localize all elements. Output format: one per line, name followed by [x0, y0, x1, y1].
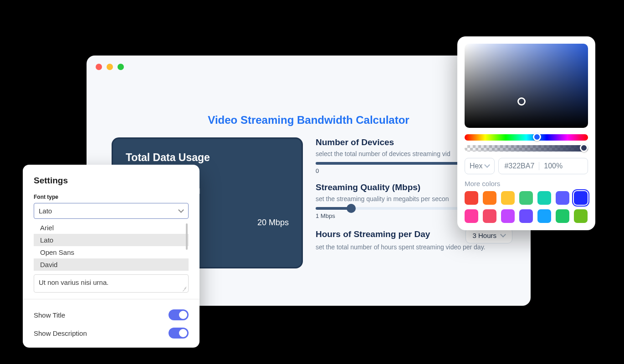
separator [539, 162, 539, 170]
hex-input[interactable]: #322BA7 100% [498, 158, 588, 174]
font-type-select[interactable]: Lato [34, 203, 189, 219]
color-swatch[interactable] [556, 191, 569, 205]
hue-thumb[interactable] [533, 133, 541, 141]
settings-title: Settings [34, 176, 189, 186]
color-swatch[interactable] [465, 191, 478, 205]
hours-heading: Hours of Streaming per Day [316, 229, 430, 239]
color-swatch[interactable] [574, 209, 588, 223]
show-description-label: Show Description [34, 329, 87, 337]
color-swatch[interactable] [465, 209, 478, 223]
color-swatch[interactable] [501, 191, 515, 205]
color-swatch[interactable] [537, 191, 551, 205]
chevron-down-icon [501, 233, 506, 238]
gradient-cursor-icon[interactable] [517, 97, 526, 106]
color-swatch[interactable] [574, 191, 588, 205]
alpha-thumb[interactable] [580, 144, 588, 152]
color-swatch[interactable] [483, 209, 496, 223]
show-description-toggle[interactable] [169, 328, 189, 339]
resize-handle-icon[interactable] [182, 287, 187, 291]
textarea-text: Ut non varius nisi urna. [39, 278, 108, 286]
hours-selected: 3 Hours [472, 232, 496, 239]
color-swatches [465, 191, 588, 223]
color-swatch[interactable] [519, 191, 533, 205]
font-option-david[interactable]: David [34, 258, 189, 271]
font-option-ariel[interactable]: Ariel [34, 222, 189, 234]
show-title-toggle[interactable] [169, 309, 189, 320]
show-title-label: Show Title [34, 311, 65, 319]
chevron-down-icon [485, 164, 490, 168]
divider [23, 299, 199, 299]
minimize-icon[interactable] [107, 64, 113, 70]
maximize-icon[interactable] [118, 64, 124, 70]
description-textarea[interactable]: Ut non varius nisi urna. [34, 274, 189, 293]
hex-value: #322BA7 [504, 162, 534, 170]
font-option-lato[interactable]: Lato [34, 234, 189, 246]
color-format-select[interactable]: Hex [465, 158, 495, 174]
close-icon[interactable] [96, 64, 102, 70]
color-gradient[interactable] [465, 44, 588, 128]
total-card-heading: Total Data Usage [126, 152, 289, 164]
window-controls [96, 64, 124, 70]
color-swatch[interactable] [556, 209, 569, 223]
color-format-value: Hex [470, 162, 482, 170]
color-swatch[interactable] [537, 209, 551, 223]
alpha-slider[interactable] [465, 145, 588, 152]
color-swatch[interactable] [501, 209, 515, 223]
color-picker-panel: Hex #322BA7 100% More colors [457, 36, 595, 230]
color-swatch[interactable] [483, 191, 496, 205]
font-option-opensans[interactable]: Open Sans [34, 246, 189, 258]
color-swatch[interactable] [519, 209, 533, 223]
settings-panel: Settings Font type Lato Ariel Lato Open … [23, 165, 199, 348]
font-dropdown: Ariel Lato Open Sans David [34, 222, 189, 271]
hours-help: set the total number of hours spent stre… [316, 243, 512, 251]
hue-slider[interactable] [465, 134, 588, 141]
font-type-label: Font type [34, 194, 189, 200]
opacity-value: 100% [544, 162, 563, 170]
more-colors-label: More colors [465, 180, 588, 187]
font-selected: Lato [39, 207, 52, 215]
chevron-down-icon [179, 209, 184, 213]
hours-field: Hours of Streaming per Day 3 Hours set t… [316, 228, 512, 255]
bandwidth-required-value: 20 Mbps [257, 218, 289, 228]
scrollbar[interactable] [186, 223, 188, 250]
